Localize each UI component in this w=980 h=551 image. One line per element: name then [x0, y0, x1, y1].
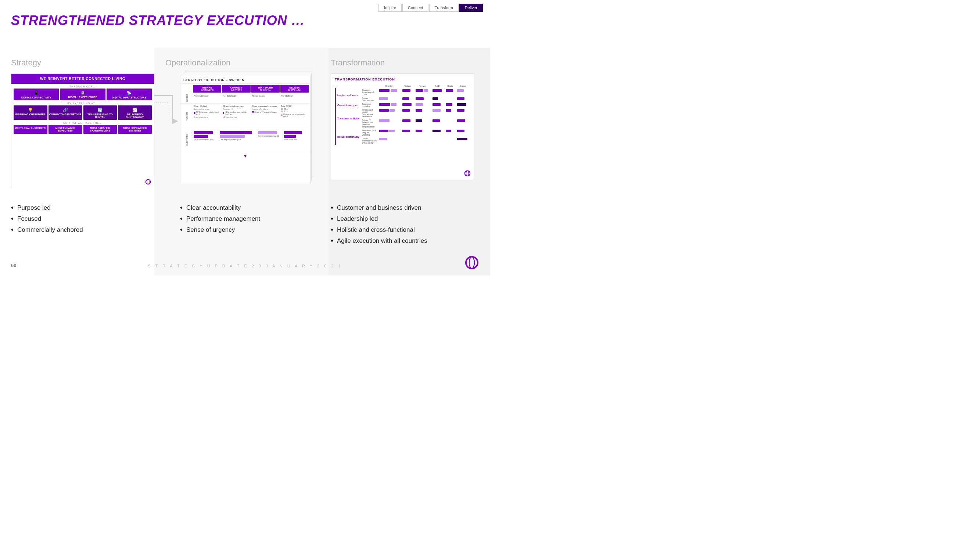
ops-milestone-col2: Convergence roadmap 21 — [219, 130, 256, 150]
transform-th-norway: Norway — [414, 84, 431, 88]
strategy-row2: 💡 INSPIRING CUSTOMERS 🔗 CONNECTING EVERY… — [11, 105, 154, 121]
transform-row-deliver-1: Deliver sustainably People & Telia Way o… — [336, 129, 470, 137]
strategy-cell-empowered: MOST EMPOWERED SOCIETIES — [118, 125, 152, 134]
ops-milestone-col4: Issue resolution — [283, 130, 309, 150]
col-header-transformation: Transformation — [331, 58, 385, 68]
ops-scroll-indicator: ▼ — [180, 151, 310, 160]
ops-owner-2: Niklas Gaunt — [251, 94, 280, 103]
phone-icon: 📱 — [14, 91, 58, 95]
signal-icon: 📡 — [107, 91, 151, 95]
strategy-cell-loyal: MOST LOYAL CUSTOMERS — [14, 125, 48, 134]
bullet-dot-t-3: • — [331, 237, 333, 244]
ops-targets-label: TARGETS — [182, 104, 192, 128]
strategy-cell-infrastructure: 📡 DIGITAL INFRASTRUCTURE — [107, 89, 152, 100]
bullet-transform-2: • Holistic and cross-functional — [331, 226, 427, 234]
col-header-strategy: Strategy — [11, 58, 41, 68]
cycle-icon: 🔄 — [84, 108, 116, 113]
bullet-transform-0: • Customer and business driven — [331, 204, 427, 212]
svg-point-3 — [466, 171, 468, 176]
bullet-ops-0: • Clear accountability — [180, 204, 260, 212]
svg-point-5 — [469, 257, 474, 268]
strategy-cell-connectivity: 📱 DIGITAL CONNECTIVITY — [14, 89, 59, 100]
strategy-excelling: BY EXCELLING AT… — [11, 102, 154, 105]
strategy-cell-delivering: 📈 DELIVERING SUSTAINABLY — [118, 105, 152, 120]
transform-th-sweden: Sweden — [378, 84, 401, 88]
page-title: STRENGTHENED STRATEGY EXECUTION … — [11, 13, 305, 28]
transform-row-transform-1: Transform to digital Simple and digital … — [336, 108, 470, 118]
bullet-dot-2: • — [11, 226, 14, 233]
transform-item-cvm: Customer Experience& CVM — [361, 88, 378, 97]
telia-logo-footer — [465, 255, 479, 270]
nav-deliver[interactable]: Deliver — [459, 4, 483, 12]
bullet-dot-ops-2: • — [180, 226, 183, 233]
strategy-cell-connecting: 🔗 CONNECTING EVERYONE — [48, 105, 82, 120]
nav-inspire[interactable]: Inspire — [379, 4, 402, 12]
svg-point-1 — [147, 179, 149, 184]
transform-row-connect: Connect everyone Business portfolio — [336, 102, 470, 108]
svg-point-4 — [466, 257, 478, 268]
bullet-transform-1: • Leadership led — [331, 215, 427, 223]
svg-point-0 — [146, 179, 151, 184]
strategy-cell-experiences: 🖥 DIGITAL EXPERIENCES — [60, 89, 105, 100]
transform-bullets: • Customer and business driven • Leaders… — [331, 204, 427, 248]
bullet-ops-1: • Performance management — [180, 215, 260, 223]
strategy-header: WE REINVENT BETTER CONNECTED LIVING — [11, 74, 154, 84]
transform-th-category — [336, 84, 361, 88]
bullet-strategy-1: • Focused — [11, 215, 83, 223]
telia-logo-transform — [464, 170, 471, 177]
page-number: 60 — [11, 263, 16, 268]
ops-diagram: STRATEGY EXECUTION – SWEDEN INSPIRECUSTO… — [180, 70, 320, 191]
transform-cat-connect: Connect everyone — [336, 102, 361, 108]
top-nav: Inspire Connect Transform Deliver — [379, 4, 483, 12]
bullet-dot-t-0: • — [331, 204, 333, 211]
ops-owners-label: OWNERS — [182, 94, 192, 103]
col-header-operationalization: Operationalization — [165, 58, 231, 68]
ops-owner-0: Anders Nilsson — [193, 94, 221, 103]
transform-item-people: People & Telia Way of Working — [361, 129, 378, 137]
ops-col-transform: TRANSFORMTO DIGITAL — [251, 85, 280, 92]
ops-targets-col3: Share automated processes Number of prod… — [251, 104, 280, 128]
bullet-strategy-0: • Purpose led — [11, 204, 83, 212]
footer-center: S T R A T E G Y U P D A T E 2 9 J A N U … — [148, 264, 342, 268]
screen-icon: 🖥 — [60, 91, 104, 95]
strategy-so-that: SO THAT WE HAVE THE… — [11, 121, 154, 125]
bullet-dot-1: • — [11, 215, 14, 222]
chart-icon: 📈 — [119, 108, 151, 113]
transform-item-gto: Group Transformation Office (GTO) — [361, 137, 378, 145]
bullet-transform-3: • Agile execution with all countries — [331, 237, 427, 245]
transform-item-business: Business portfolio — [361, 102, 378, 108]
strategy-diagram: WE REINVENT BETTER CONNECTED LIVING THRO… — [11, 73, 154, 187]
bullet-dot-ops-0: • — [180, 204, 183, 211]
ops-milestone-col1: Smart Crossborder 202 — [193, 130, 218, 150]
strategy-cell-inspiring: 💡 INSPIRING CUSTOMERS — [14, 105, 48, 120]
svg-point-2 — [465, 171, 470, 176]
ops-targets-col4: Total OPEX EBITDA NPS Deliver of our sus… — [280, 104, 309, 128]
strategy-cell-transforming: 🔄 TRANSFORMING TO DIGITAL — [83, 105, 117, 120]
transform-th-item — [361, 84, 378, 88]
transform-th-led: LED — [431, 84, 444, 88]
transform-diagram: TRANSFORMATION EXECUTION Sweden Finland … — [331, 73, 474, 180]
ops-milestone-col3: Convergence roadmap 21 — [257, 130, 283, 150]
transform-row-inspire: Inspire customers Customer Experience& C… — [336, 88, 470, 97]
transform-cat-inspire: Inspire customers — [336, 88, 361, 103]
strategy-through: THROUGH OUR… — [11, 84, 154, 89]
ops-bullets: • Clear accountability • Performance man… — [180, 204, 260, 237]
transform-item-it: Future IT, Analytics & Portfolio simplif… — [361, 118, 378, 129]
transform-th-group: Group — [456, 84, 470, 88]
ops-targets-col1: Churn (Mobile) Net promoter score NPS (p… — [193, 104, 221, 128]
nav-connect[interactable]: Connect — [402, 4, 428, 12]
transform-table: Sweden Finland Norway LED Media Group In… — [335, 84, 470, 145]
ops-header: STRATEGY EXECUTION – SWEDEN — [180, 76, 310, 84]
bullet-dot-t-1: • — [331, 215, 333, 222]
strategy-cell-engaged: MOST ENGAGED EMPLOYEES — [48, 125, 82, 134]
ops-owner-1: Per Jakobson — [222, 94, 250, 103]
nav-transform[interactable]: Transform — [429, 4, 458, 12]
strategy-to-ops-arrow — [153, 92, 178, 129]
bullet-dot-ops-1: • — [180, 215, 183, 222]
strategy-row1: 📱 DIGITAL CONNECTIVITY 🖥 DIGITAL EXPERIE… — [11, 89, 154, 102]
ops-col-inspire: INSPIRECUSTOMERS — [193, 85, 221, 92]
ops-owner-3: Per Hoffman — [280, 94, 309, 103]
bullet-ops-2: • Sense of urgency — [180, 226, 260, 234]
ops-title: STRATEGY EXECUTION – SWEDEN — [183, 78, 307, 82]
strategy-row3: MOST LOYAL CUSTOMERS MOST ENGAGED EMPLOY… — [11, 125, 154, 135]
